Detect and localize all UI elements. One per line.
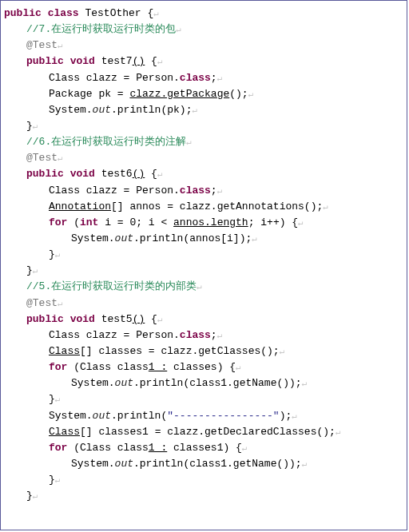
code-line: public void test6() {↵	[4, 166, 403, 182]
code-line: public void test7() {↵	[4, 54, 403, 69]
code-text: (Class class	[67, 442, 148, 454]
code-line: System.out.println(annos[i]);↵	[4, 231, 403, 247]
paragraph-mark-icon: ↵	[217, 186, 223, 196]
keyword-void: void	[70, 55, 95, 67]
code-line: Class[] classes1 = clazz.getDeclaredClas…	[4, 424, 403, 440]
code-text: Class clazz = Person.	[49, 329, 180, 341]
paragraph-mark-icon: ↵	[280, 347, 285, 356]
code-text: [] annos = clazz.getAnnotations();	[111, 200, 323, 212]
paragraph-mark-icon: ↵	[292, 411, 297, 421]
code-text: [] classes = clazz.getClasses();	[80, 345, 280, 357]
brace: {	[151, 313, 157, 325]
string-literal: "----------------"	[167, 410, 279, 422]
paragraph-mark-icon: ↵	[197, 282, 202, 292]
annotation: @Test	[26, 39, 58, 51]
code-line: Class clazz = Person.class;↵	[4, 70, 403, 86]
code-text: ;	[211, 185, 217, 197]
code-text: (	[67, 216, 80, 228]
code-line: @Test↵	[4, 296, 403, 312]
code-line: //7.在运行时获取运行时类的包↵	[4, 22, 403, 38]
code-text: Package pk =	[49, 88, 129, 100]
keyword-for: for	[49, 216, 67, 228]
code-text: .println(pk);	[111, 104, 192, 116]
paragraph-mark-icon: ↵	[176, 25, 181, 34]
code-text: .println(class1.getName());	[133, 377, 302, 389]
paragraph-mark-icon: ↵	[58, 153, 63, 163]
code-line: Class clazz = Person.class;↵	[4, 328, 403, 343]
code-line: //5.在运行时获取运行时类的内部类↵	[4, 279, 403, 295]
annotation: @Test	[26, 152, 58, 164]
code-text: System.	[71, 458, 115, 470]
brace-close: }	[26, 264, 33, 276]
class-name: TestOther	[85, 7, 141, 19]
brace-close: }	[49, 393, 55, 405]
keyword-void: void	[70, 168, 95, 180]
code-text: System.	[71, 232, 115, 244]
keyword-for: for	[49, 361, 67, 373]
field-ref: annos.length	[173, 216, 248, 228]
code-line: }↵	[4, 488, 403, 504]
paragraph-mark-icon: ↵	[33, 491, 38, 501]
paragraph-mark-icon: ↵	[55, 250, 61, 260]
method-params: ()	[133, 168, 145, 180]
static-field: out	[115, 458, 133, 470]
keyword-public: public	[26, 313, 64, 325]
comment: //6.在运行时获取运行时类的注解	[26, 136, 186, 148]
brace-close: }	[26, 490, 33, 502]
keyword-public: public	[26, 168, 64, 180]
code-text: ;	[211, 329, 217, 341]
code-line: public class TestOther {↵	[4, 6, 403, 22]
paragraph-mark-icon: ↵	[157, 169, 163, 179]
keyword-int: int	[80, 216, 98, 228]
code-line: }↵	[4, 391, 403, 407]
keyword-class: class	[48, 7, 79, 19]
comment: //5.在运行时获取运行时类的内部类	[26, 280, 197, 292]
brace: {	[151, 55, 157, 67]
paragraph-mark-icon: ↵	[217, 73, 223, 83]
type-name: Annotation	[49, 200, 111, 212]
code-text: .println(annos[i]);	[133, 232, 252, 244]
code-text: classes1) {	[167, 442, 242, 454]
paragraph-mark-icon: ↵	[58, 299, 63, 308]
code-text: System.	[71, 377, 115, 389]
paragraph-mark-icon: ↵	[33, 121, 38, 131]
var-name: 1 :	[149, 361, 167, 373]
paragraph-mark-icon: ↵	[33, 266, 38, 276]
static-field: out	[115, 377, 133, 389]
keyword-void: void	[70, 313, 95, 325]
code-line: System.out.println(class1.getName());↵	[4, 375, 403, 391]
code-text: System.	[49, 410, 93, 422]
code-line: Class[] classes = clazz.getClasses();↵	[4, 343, 403, 359]
static-field: out	[93, 104, 111, 116]
code-line: Package pk = clazz.getPackage();↵	[4, 86, 403, 102]
keyword-for: for	[49, 442, 67, 454]
code-line: }↵	[4, 118, 403, 134]
paragraph-mark-icon: ↵	[302, 379, 308, 388]
code-line: for (Class class1 : classes) {↵	[4, 359, 403, 375]
code-line: @Test↵	[4, 150, 403, 166]
code-line: for (int i = 0; i < annos.length; i++) {…	[4, 215, 403, 231]
code-line: for (Class class1 : classes1) {↵	[4, 440, 403, 456]
code-text: classes) {	[167, 361, 236, 373]
code-line: public void test5() {↵	[4, 312, 403, 328]
var-name: 1 :	[149, 442, 167, 454]
type-name: Class	[49, 345, 80, 357]
code-text: (Class class	[67, 361, 148, 373]
code-line: //6.在运行时获取运行时类的注解↵	[4, 134, 403, 150]
paragraph-mark-icon: ↵	[55, 475, 61, 485]
method-name: test7	[95, 55, 133, 67]
code-text: Class clazz = Person.	[49, 72, 180, 84]
static-field: out	[115, 232, 133, 244]
paragraph-mark-icon: ↵	[336, 427, 341, 437]
keyword-class: class	[180, 329, 211, 341]
code-text: .println(	[111, 410, 167, 422]
method-name: test6	[95, 168, 133, 180]
paragraph-mark-icon: ↵	[323, 202, 328, 212]
code-text: [] classes1 = clazz.getDeclaredClasses()…	[80, 426, 336, 438]
method-params: ()	[133, 55, 145, 67]
code-text: ;	[211, 72, 217, 84]
code-line: System.out.println(pk);↵	[4, 102, 403, 118]
code-text: System.	[49, 104, 93, 116]
paragraph-mark-icon: ↵	[252, 234, 257, 244]
code-line: @Test↵	[4, 38, 403, 54]
